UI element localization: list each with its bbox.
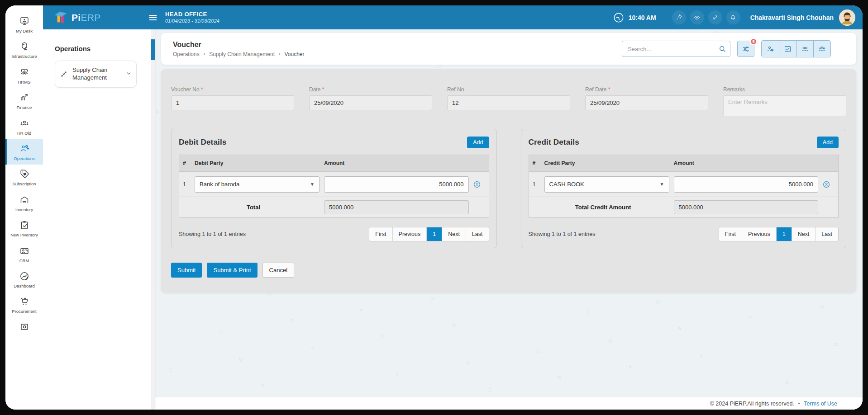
- pin-button[interactable]: [672, 10, 686, 24]
- debit-total-input: [324, 200, 469, 214]
- debit-page-first[interactable]: First: [369, 227, 392, 241]
- notifications-button[interactable]: [726, 10, 740, 24]
- credit-page-first[interactable]: First: [719, 227, 742, 241]
- credit-page-next[interactable]: Next: [792, 227, 816, 241]
- top-header: PiERP HEAD OFFICE 01/04/2023 - 31/03/202…: [43, 5, 863, 29]
- people-icon: [801, 45, 809, 53]
- inventory-icon: [19, 194, 30, 205]
- groups-button[interactable]: [813, 41, 830, 57]
- debit-panel: Debit Details Add # Debit Party Amount 1: [171, 129, 497, 248]
- date-input[interactable]: [309, 95, 432, 110]
- operations-panel: Operations Supply Chain Management: [43, 29, 155, 410]
- debit-row-delete-button[interactable]: [473, 180, 481, 189]
- menu-item-label: Supply Chain Management: [72, 66, 121, 82]
- fullscreen-button[interactable]: [708, 10, 722, 24]
- scrollbar-thumb[interactable]: [151, 39, 155, 60]
- my-desk-icon: [19, 16, 30, 27]
- current-time: 10:40 AM: [629, 14, 656, 21]
- debit-add-button[interactable]: Add: [467, 137, 489, 148]
- add-user-button[interactable]: [762, 41, 779, 57]
- page-header-card: Voucher Operations • Supply Chain Manage…: [161, 33, 856, 65]
- debit-page-last[interactable]: Last: [466, 227, 489, 241]
- sidebar-item-crm[interactable]: CRM: [5, 241, 43, 267]
- copyright-text: © 2024 PiERP.All rights reserved.: [710, 401, 794, 407]
- remarks-input[interactable]: [723, 95, 846, 116]
- credit-panel: Credit Details Add # Credit Party Amount…: [521, 129, 847, 248]
- credit-total-input: [674, 200, 819, 214]
- credit-page-previous[interactable]: Previous: [742, 227, 776, 241]
- debit-col-index: #: [183, 160, 195, 166]
- eye-icon: [693, 14, 701, 21]
- sidebar-item-subscription[interactable]: Subscription: [5, 165, 43, 190]
- credit-col-index: #: [533, 160, 544, 166]
- hrms-icon: [19, 67, 30, 78]
- credit-pagination: First Previous 1 Next Last: [719, 227, 839, 241]
- sidebar-item-hrms[interactable]: HRMS: [5, 63, 43, 88]
- circle-x-icon: [822, 180, 830, 189]
- ref-date-input[interactable]: [585, 95, 708, 110]
- breadcrumb-scm[interactable]: Supply Chain Management: [209, 51, 275, 57]
- sidebar-item-hr-old[interactable]: HR Old: [5, 114, 43, 139]
- voucher-no-field: Voucher No *: [171, 86, 294, 118]
- sidebar-item-inventory[interactable]: Inventory: [5, 190, 43, 216]
- scrollbar-track[interactable]: [151, 29, 155, 410]
- credit-page-last[interactable]: Last: [815, 227, 838, 241]
- crm-icon: [19, 245, 30, 256]
- teams-button[interactable]: [796, 41, 813, 57]
- submit-print-button[interactable]: Submit & Print: [207, 263, 257, 278]
- ref-no-input[interactable]: [447, 95, 570, 110]
- panel-title: Operations: [43, 29, 155, 52]
- sidebar-item-operations[interactable]: Operations: [5, 139, 43, 165]
- avatar[interactable]: [839, 9, 855, 26]
- checkbox-icon: [783, 45, 792, 53]
- debit-row: 1 Bank of baroda ▼: [179, 172, 489, 197]
- credit-page-1[interactable]: 1: [776, 227, 792, 241]
- filter-badge: 5: [750, 38, 757, 45]
- dashboard-icon: [19, 271, 30, 282]
- ref-no-field: Ref No: [447, 86, 570, 118]
- sidebar-item-new-inventory[interactable]: New Inventory: [5, 216, 43, 241]
- cancel-button[interactable]: Cancel: [262, 263, 294, 278]
- sidebar-item-dashboard[interactable]: Dashboard: [5, 267, 43, 292]
- logo: PiERP: [43, 10, 148, 25]
- voucher-form-card: Voucher No * Date * Ref No Ref Date * Re…: [161, 69, 856, 293]
- operations-icon: [19, 143, 30, 154]
- debit-page-previous[interactable]: Previous: [392, 227, 427, 241]
- sidebar-item-partial[interactable]: [5, 318, 43, 338]
- quick-actions-group: [761, 40, 831, 57]
- office-selector[interactable]: HEAD OFFICE 01/04/2023 - 31/03/2024: [165, 11, 219, 24]
- search-icon[interactable]: [718, 45, 726, 53]
- terms-of-use-link[interactable]: Terms of Use: [804, 401, 837, 407]
- breadcrumb-operations[interactable]: Operations: [173, 51, 200, 57]
- submit-button[interactable]: Submit: [171, 263, 202, 278]
- user-name[interactable]: Chakravarti Singh Chouhan: [750, 14, 834, 21]
- sidebar-item-procurement[interactable]: Procurement: [5, 292, 43, 317]
- credit-amount-input[interactable]: [674, 176, 819, 193]
- group-icon: [818, 45, 826, 53]
- sidebar-item-my-desk[interactable]: My Desk: [5, 12, 43, 37]
- hamburger-menu-icon[interactable]: [148, 13, 158, 23]
- tasks-button[interactable]: [779, 41, 796, 57]
- debit-party-select[interactable]: Bank of baroda ▼: [195, 176, 320, 193]
- debit-page-1[interactable]: 1: [426, 227, 442, 241]
- credit-row-delete-button[interactable]: [822, 180, 830, 189]
- credit-title: Credit Details: [529, 138, 579, 147]
- search-input[interactable]: [622, 41, 730, 57]
- filter-button[interactable]: 5: [737, 41, 754, 57]
- visibility-button[interactable]: [690, 10, 704, 24]
- menu-supply-chain-management[interactable]: Supply Chain Management: [55, 61, 137, 88]
- debit-page-next[interactable]: Next: [442, 227, 466, 241]
- sidebar-item-finance[interactable]: Finance: [5, 88, 43, 113]
- logo-mark-icon: [54, 10, 67, 25]
- debit-col-amount: Amount: [324, 160, 469, 166]
- breadcrumb-voucher: Voucher: [285, 51, 305, 57]
- sidebar-item-infrastructure[interactable]: Infrastructure: [5, 37, 43, 62]
- expand-icon: [712, 14, 719, 21]
- credit-add-button[interactable]: Add: [817, 137, 839, 148]
- credit-party-select[interactable]: CASH BOOK ▼: [544, 176, 669, 193]
- voucher-no-input[interactable]: [171, 95, 294, 110]
- remarks-field: Remarks: [723, 86, 846, 118]
- new-inventory-icon: [19, 220, 30, 231]
- debit-pagination: First Previous 1 Next Last: [369, 227, 489, 241]
- debit-amount-input[interactable]: [324, 176, 469, 193]
